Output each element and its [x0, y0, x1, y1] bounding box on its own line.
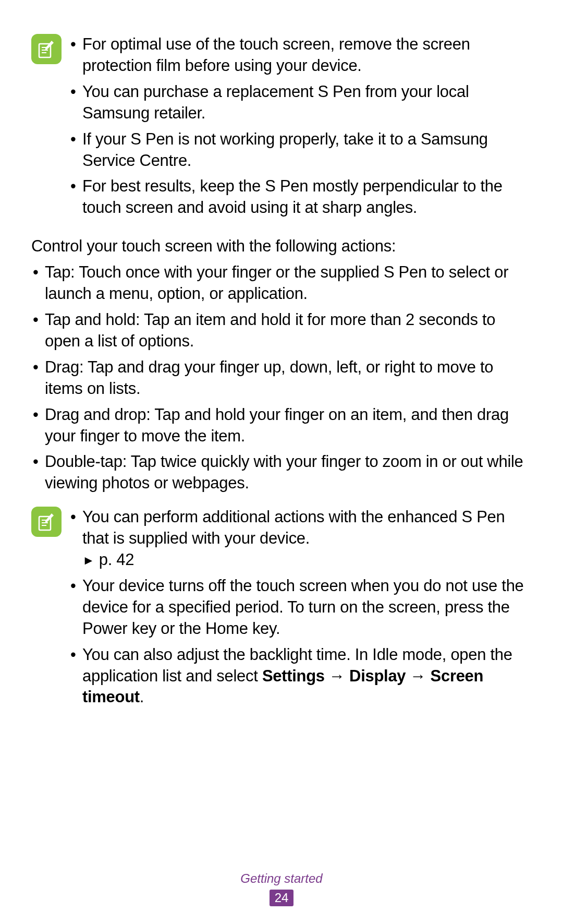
note1-item: For optimal use of the touch screen, rem… — [69, 34, 532, 77]
list-item: Double-tap: Tap twice quickly with your … — [31, 451, 532, 494]
list-item: Tap: Touch once with your finger or the … — [31, 262, 532, 305]
note2-item: You can also adjust the backlight time. … — [69, 644, 532, 709]
note-icon — [31, 507, 62, 537]
note2-item: Your device turns off the touch screen w… — [69, 575, 532, 640]
note-block-2: You can perform additional actions with … — [31, 507, 532, 713]
note1-item: For best results, keep the S Pen mostly … — [69, 176, 532, 219]
page-footer: Getting started 24 — [0, 871, 563, 906]
list-item: Drag: Tap and drag your finger up, down,… — [31, 357, 532, 400]
text: You can perform additional actions with … — [82, 508, 505, 547]
note1-item: You can purchase a replacement S Pen fro… — [69, 81, 532, 124]
intro-paragraph: Control your touch screen with the follo… — [31, 236, 532, 257]
arrow-right-icon: → — [406, 667, 430, 685]
list-item: Tap and hold: Tap an item and hold it fo… — [31, 309, 532, 352]
note-block-1: For optimal use of the touch screen, rem… — [31, 34, 532, 223]
main-action-list: Tap: Touch once with your finger or the … — [31, 262, 532, 494]
text: . — [140, 688, 144, 706]
note-icon — [31, 34, 62, 64]
note1-item: If your S Pen is not working properly, t… — [69, 129, 532, 172]
list-item: Drag and drop: Tap and hold your finger … — [31, 404, 532, 447]
nav-path-settings: Settings — [262, 667, 325, 685]
note-content-2: You can perform additional actions with … — [69, 507, 532, 713]
page-reference: p. 42 — [99, 550, 134, 569]
note-content-1: For optimal use of the touch screen, rem… — [69, 34, 532, 223]
triangle-right-icon: ► — [82, 553, 94, 567]
page-number-badge: 24 — [270, 890, 294, 906]
nav-path-display: Display — [349, 667, 406, 685]
arrow-right-icon: → — [325, 667, 349, 685]
section-label: Getting started — [0, 871, 563, 886]
note2-item: You can perform additional actions with … — [69, 507, 532, 571]
